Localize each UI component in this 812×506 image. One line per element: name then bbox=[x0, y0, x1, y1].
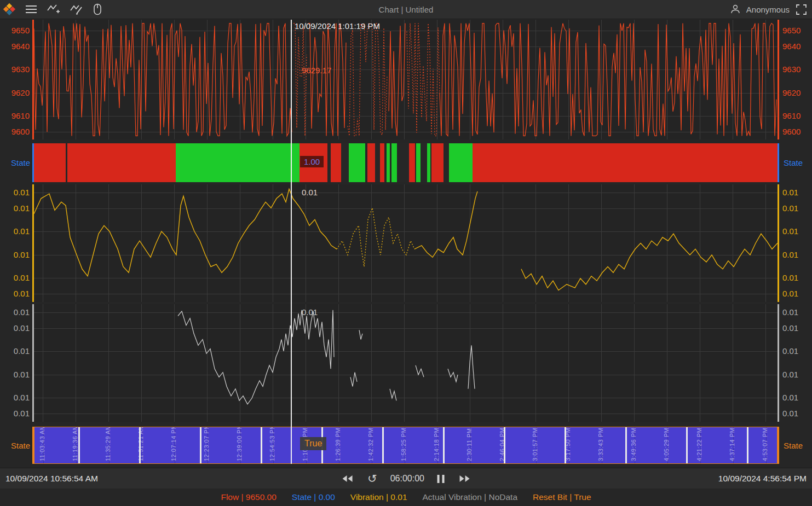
legend-bar: Flow | 9650.00State | 0.00Vibration | 0.… bbox=[0, 488, 812, 506]
state-segment-k[interactable] bbox=[421, 143, 427, 182]
legend-item-state[interactable]: State | 0.00 bbox=[292, 492, 335, 502]
y-axis-tick-label: 0.01 bbox=[0, 307, 30, 318]
user-icon bbox=[730, 4, 741, 15]
step-back-icon[interactable] bbox=[340, 474, 354, 484]
actual-vibration-chart-pane[interactable]: 0.010.010.010.010.010.01 0.010.010.010.0… bbox=[0, 304, 812, 422]
state-segment-k[interactable] bbox=[341, 143, 349, 182]
state-segment-r[interactable] bbox=[331, 143, 341, 182]
menu-icon[interactable] bbox=[24, 4, 38, 15]
mouse-mode-icon[interactable] bbox=[92, 2, 103, 16]
chart-title: Chart | Untitled bbox=[0, 5, 812, 14]
user-name[interactable]: Anonymous bbox=[746, 5, 790, 14]
state-segment-r[interactable] bbox=[367, 143, 375, 182]
vibration-y-axis-left: 0.010.010.010.010.010.01 bbox=[0, 184, 30, 302]
time-axis-label: 4:21:22 PM bbox=[696, 428, 702, 461]
state-segment-r[interactable] bbox=[380, 143, 384, 182]
y-axis-tick-label: 0.01 bbox=[782, 226, 812, 237]
time-axis-label: 12:54:53 PM bbox=[269, 427, 275, 461]
y-axis-tick-label: 0.01 bbox=[782, 187, 812, 198]
state-segment-r[interactable] bbox=[34, 143, 66, 182]
state-axis-line-left bbox=[32, 143, 34, 182]
state-boundary bbox=[261, 427, 262, 463]
reset-bit-strip-area[interactable]: 11:03:43 AM11:19:36 AM11:35:29 AM11:51:2… bbox=[34, 427, 778, 464]
state-boundary bbox=[139, 427, 141, 463]
time-axis-label: 4:37:14 PM bbox=[729, 428, 735, 461]
state-segment-k[interactable] bbox=[375, 143, 380, 182]
fullscreen-icon[interactable] bbox=[795, 3, 808, 16]
y-axis-tick-label: 0.01 bbox=[782, 307, 812, 318]
state-strip-label-left: State bbox=[0, 143, 30, 182]
state-segment-g[interactable] bbox=[416, 143, 421, 182]
cursor-flow-value: 9629.17 bbox=[302, 66, 331, 75]
start-datetime[interactable]: 10/09/2024 10:56:54 AM bbox=[5, 474, 98, 484]
app-logo bbox=[2, 2, 16, 16]
y-axis-tick-label: 9620 bbox=[0, 88, 30, 98]
y-axis-tick-label: 9630 bbox=[0, 64, 30, 75]
state-boundary bbox=[200, 427, 201, 463]
vibration-plot-area[interactable] bbox=[34, 184, 778, 302]
y-axis-tick-label: 0.01 bbox=[0, 226, 30, 237]
duration-label[interactable]: 06:00:00 bbox=[390, 474, 424, 484]
time-bar: 10/09/2024 10:56:54 AM ↺ 06:00:00 10/09/… bbox=[0, 468, 812, 489]
time-axis-label: 12:23:07 PM bbox=[203, 427, 210, 461]
state-segment-r[interactable] bbox=[431, 143, 444, 182]
state-strip-pane[interactable]: State State bbox=[0, 143, 812, 182]
y-axis-tick-label: 0.01 bbox=[0, 369, 30, 380]
flow-axis-line-right bbox=[778, 20, 779, 139]
state-segment-g[interactable] bbox=[391, 143, 397, 182]
cursor-state-value: 1.00 bbox=[300, 156, 324, 167]
edit-trend-icon[interactable] bbox=[69, 3, 84, 16]
legend-item-flow[interactable]: Flow | 9650.00 bbox=[221, 492, 276, 502]
flow-plot-area[interactable] bbox=[34, 20, 778, 139]
time-axis-label: 1:26:39 PM bbox=[335, 428, 341, 461]
y-axis-tick-label: 0.01 bbox=[0, 323, 30, 334]
state-segment-r[interactable] bbox=[409, 143, 415, 182]
legend-item-actual-vibration[interactable]: Actual Vibration | NoData bbox=[423, 492, 517, 502]
y-axis-tick-label: 0.01 bbox=[0, 346, 30, 357]
time-axis-label: 4:53:07 PM bbox=[762, 428, 768, 461]
cursor-timestamp: 10/09/2024 1:01:19 PM bbox=[295, 21, 380, 31]
end-datetime[interactable]: 10/09/2024 4:56:54 PM bbox=[718, 474, 807, 484]
y-axis-tick-label: 9650 bbox=[782, 25, 812, 36]
step-forward-icon[interactable] bbox=[458, 474, 472, 484]
reset-time-icon[interactable]: ↺ bbox=[366, 473, 378, 485]
state-segment-g[interactable] bbox=[176, 143, 300, 182]
state-segment-g[interactable] bbox=[449, 143, 473, 182]
legend-item-reset-bit[interactable]: Reset Bit | True bbox=[533, 492, 591, 502]
legend-item-vibration[interactable]: Vibration | 0.01 bbox=[350, 492, 407, 502]
time-axis-label: 2:30:11 PM bbox=[466, 428, 473, 461]
state-segment-k[interactable] bbox=[444, 143, 449, 182]
time-axis-label: 2:14:18 PM bbox=[433, 428, 440, 461]
y-axis-tick-label: 0.01 bbox=[782, 346, 812, 357]
vibration-y-axis-right: 0.010.010.010.010.010.01 bbox=[782, 184, 812, 302]
state-segment-k[interactable] bbox=[397, 143, 409, 182]
state-segment-r[interactable] bbox=[473, 143, 778, 182]
flow-chart-pane[interactable]: 965096409630962096109600 965096409630962… bbox=[0, 20, 812, 139]
time-axis-label: 1:42:32 PM bbox=[367, 428, 374, 461]
add-trend-icon[interactable] bbox=[46, 3, 61, 16]
time-axis-label: 3:01:57 PM bbox=[532, 428, 538, 461]
actual-vibration-axis-line-left bbox=[32, 304, 34, 422]
pause-icon[interactable] bbox=[436, 474, 446, 484]
state-boundary bbox=[625, 427, 627, 463]
y-axis-tick-label: 9650 bbox=[0, 25, 30, 36]
y-axis-tick-label: 0.01 bbox=[782, 369, 812, 380]
time-axis-label: 3:33:43 PM bbox=[597, 428, 604, 461]
actual-vibration-plot-area[interactable] bbox=[34, 304, 778, 422]
vibration-chart-pane[interactable]: 0.010.010.010.010.010.01 0.010.010.010.0… bbox=[0, 184, 812, 302]
vibration-series-line bbox=[34, 184, 778, 302]
reset-bit-strip-pane[interactable]: State 11:03:43 AM11:19:36 AM11:35:29 AM1… bbox=[0, 427, 812, 464]
flow-axis-line-left bbox=[32, 20, 34, 139]
flow-y-axis-left: 965096409630962096109600 bbox=[0, 20, 30, 139]
actual-vibration-y-axis-right: 0.010.010.010.010.010.01 bbox=[782, 304, 812, 422]
state-strip-area[interactable] bbox=[34, 143, 778, 182]
y-axis-tick-label: 0.01 bbox=[0, 392, 30, 403]
y-axis-tick-label: 9610 bbox=[782, 110, 812, 121]
state-segment-g[interactable] bbox=[349, 143, 365, 182]
time-axis-label: 12:39:00 PM bbox=[236, 427, 243, 461]
time-axis-label: 11:51:21 AM bbox=[137, 427, 144, 461]
state-segment-r[interactable] bbox=[67, 143, 176, 182]
actual-vibration-axis-line-right bbox=[778, 304, 779, 422]
cursor-line[interactable] bbox=[291, 20, 292, 464]
y-axis-tick-label: 9620 bbox=[782, 88, 812, 98]
